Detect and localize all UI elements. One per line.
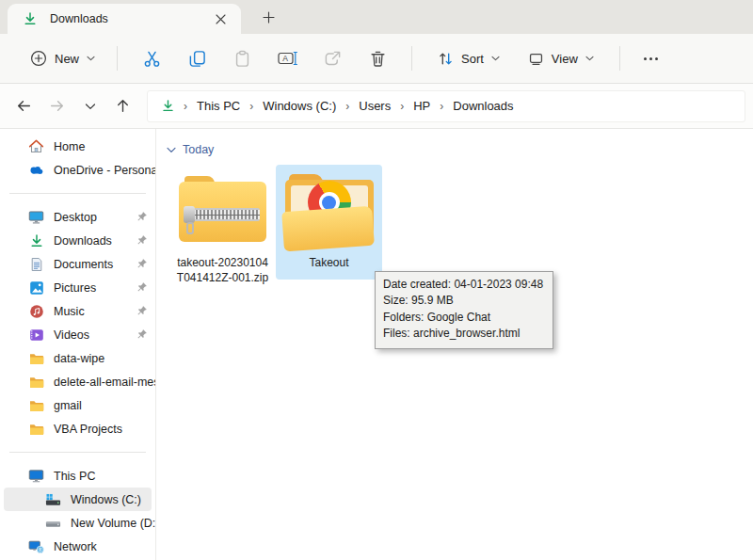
- sidebar-item-label: Windows (C:): [71, 493, 141, 506]
- sidebar-item-desktop[interactable]: Desktop: [0, 205, 155, 229]
- breadcrumb-users[interactable]: Users: [352, 94, 397, 118]
- sidebar-item-label: gmail: [54, 399, 82, 412]
- navigation-pane: Home OneDrive - Personal Desktop Downloa…: [0, 129, 156, 560]
- close-tab-icon[interactable]: [207, 8, 233, 30]
- rename-button[interactable]: A: [267, 40, 307, 76]
- new-tab-button[interactable]: [254, 4, 282, 30]
- network-icon: [28, 538, 44, 554]
- sidebar-item-pictures[interactable]: Pictures: [0, 276, 155, 299]
- ellipsis-icon: [644, 57, 647, 60]
- sidebar-item-music[interactable]: Music: [0, 299, 155, 323]
- toolbar-divider: [117, 46, 118, 71]
- pin-icon: [136, 281, 148, 294]
- sidebar-item-windows-c[interactable]: Windows (C:): [4, 488, 152, 511]
- sidebar-item-label: Music: [54, 305, 85, 318]
- file-name: takeout-20230104T041412Z-001.zip: [175, 255, 271, 285]
- share-button[interactable]: [312, 40, 352, 76]
- sidebar-item-delete-all-email[interactable]: delete-all-email-mess: [0, 370, 155, 393]
- breadcrumb-windows-c[interactable]: Windows (C:): [256, 94, 343, 118]
- toolbar-divider: [411, 46, 412, 71]
- breadcrumb-hp[interactable]: HP: [407, 94, 437, 118]
- file-info-tooltip: Date created: 04-01-2023 09:48 Size: 95.…: [375, 271, 553, 349]
- cut-button[interactable]: [132, 40, 171, 76]
- address-field[interactable]: › This PC › Windows (C:) › Users › HP › …: [147, 90, 745, 122]
- documents-icon: [28, 256, 44, 272]
- videos-icon: [28, 327, 44, 343]
- takeout-folder-icon: [284, 170, 375, 251]
- sidebar-item-network[interactable]: Network: [0, 535, 155, 558]
- sidebar-item-data-wipe[interactable]: data-wipe: [0, 346, 155, 370]
- file-item-takeout[interactable]: Takeout: [276, 165, 382, 280]
- sidebar-item-gmail[interactable]: gmail: [0, 393, 155, 417]
- sidebar-item-home[interactable]: Home: [0, 135, 155, 158]
- file-item-zip[interactable]: takeout-20230104T041412Z-001.zip: [169, 165, 276, 295]
- sidebar-item-label: Downloads: [54, 234, 112, 248]
- sidebar-item-label: This PC: [54, 470, 95, 483]
- new-button[interactable]: New: [20, 43, 105, 73]
- sort-button-label: Sort: [461, 52, 484, 66]
- copy-button[interactable]: [177, 40, 216, 76]
- forward-button[interactable]: [40, 91, 73, 121]
- sidebar-item-label: Documents: [54, 258, 113, 271]
- pin-icon: [136, 234, 148, 247]
- sidebar-item-label: Home: [54, 140, 85, 153]
- view-button[interactable]: View: [518, 44, 604, 73]
- tooltip-line-folders: Folders: Google Chat: [383, 310, 543, 326]
- titlebar: Downloads: [0, 0, 753, 34]
- downloads-location-icon: [161, 99, 175, 113]
- sidebar-item-label: Pictures: [54, 281, 96, 295]
- chevron-down-icon: [585, 56, 594, 61]
- folder-icon: [28, 350, 44, 366]
- tooltip-line-size: Size: 95.9 MB: [383, 293, 543, 309]
- explorer-tab[interactable]: Downloads: [8, 4, 241, 34]
- pictures-icon: [28, 280, 44, 296]
- sidebar-item-label: New Volume (D:): [71, 517, 156, 530]
- address-bar: › This PC › Windows (C:) › Users › HP › …: [0, 84, 753, 129]
- more-options-button[interactable]: [632, 40, 671, 76]
- command-toolbar: New A Sort View: [0, 34, 753, 84]
- sidebar-item-documents[interactable]: Documents: [0, 252, 155, 276]
- desktop-icon: [28, 209, 44, 225]
- folder-icon: [28, 397, 44, 413]
- sidebar-item-videos[interactable]: Videos: [0, 323, 155, 346]
- home-icon: [28, 138, 44, 154]
- toolbar-divider: [619, 46, 620, 71]
- tooltip-line-files: Files: archive_browser.html: [383, 326, 543, 342]
- tab-title: Downloads: [50, 12, 207, 25]
- sidebar-item-new-volume-d[interactable]: New Volume (D:): [0, 511, 155, 535]
- downloads-icon: [28, 232, 44, 248]
- sidebar-item-downloads[interactable]: Downloads: [0, 229, 155, 252]
- group-header-label: Today: [183, 143, 214, 156]
- breadcrumb-chevron: ›: [397, 100, 407, 113]
- up-button[interactable]: [106, 91, 139, 121]
- pin-icon: [136, 211, 148, 223]
- sidebar-item-vba-projects[interactable]: VBA Projects: [0, 417, 155, 440]
- sidebar-item-this-pc[interactable]: This PC: [0, 464, 155, 488]
- breadcrumb-this-pc[interactable]: This PC: [190, 94, 247, 118]
- sidebar-item-label: OneDrive - Personal: [54, 164, 156, 177]
- pin-icon: [136, 305, 148, 317]
- downloads-icon: [23, 11, 38, 26]
- this-pc-icon: [28, 468, 44, 484]
- breadcrumb-downloads[interactable]: Downloads: [446, 94, 520, 118]
- sidebar-item-onedrive[interactable]: OneDrive - Personal: [0, 158, 155, 182]
- onedrive-cloud-icon: [28, 162, 44, 178]
- sort-arrows-icon: [438, 51, 454, 67]
- breadcrumb-chevron: ›: [343, 100, 352, 113]
- folder-icon: [28, 374, 44, 390]
- sidebar-item-label: Videos: [54, 328, 89, 342]
- group-header-today[interactable]: Today: [166, 140, 753, 159]
- chevron-down-icon: [87, 56, 95, 61]
- delete-button[interactable]: [358, 40, 397, 76]
- circle-plus-icon: [30, 50, 47, 67]
- recent-locations-button[interactable]: [73, 91, 106, 121]
- zip-folder-icon: [178, 170, 268, 251]
- breadcrumb-chevron: ›: [247, 100, 256, 113]
- back-button[interactable]: [8, 91, 40, 121]
- sort-button[interactable]: Sort: [427, 44, 510, 73]
- drive-icon: [45, 515, 61, 531]
- folder-icon: [28, 421, 44, 437]
- pin-icon: [136, 258, 148, 270]
- sidebar-divider: [9, 452, 146, 453]
- paste-button[interactable]: [222, 40, 262, 76]
